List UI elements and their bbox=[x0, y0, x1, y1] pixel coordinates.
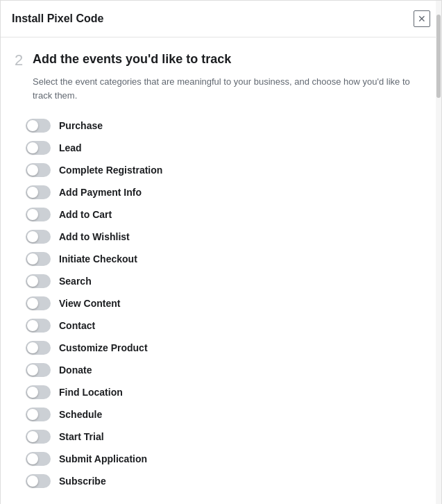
toggle-slider-schedule bbox=[26, 408, 51, 421]
step-header: 2 Add the events you'd like to track bbox=[15, 51, 427, 69]
event-label-add-to-wishlist: Add to Wishlist bbox=[59, 231, 130, 242]
toggle-slider-view-content bbox=[26, 296, 51, 310]
toggle-lead[interactable] bbox=[26, 141, 51, 155]
toggle-donate[interactable] bbox=[26, 363, 51, 377]
toggle-search[interactable] bbox=[26, 274, 51, 288]
toggle-contact[interactable] bbox=[26, 319, 51, 333]
toggle-slider-purchase bbox=[26, 119, 51, 133]
toggle-customize-product[interactable] bbox=[26, 341, 51, 355]
toggle-slider-add-to-cart bbox=[26, 208, 51, 221]
toggle-slider-add-payment-info bbox=[26, 185, 51, 199]
event-item-contact: Contact bbox=[26, 314, 427, 337]
toggle-slider-start-trial bbox=[26, 430, 51, 444]
toggle-view-content[interactable] bbox=[26, 296, 51, 310]
toggle-slider-add-to-wishlist bbox=[26, 230, 51, 244]
toggle-slider-submit-application bbox=[26, 452, 51, 466]
event-label-subscribe: Subscribe bbox=[59, 476, 106, 487]
toggle-submit-application[interactable] bbox=[26, 452, 51, 466]
event-label-add-payment-info: Add Payment Info bbox=[59, 187, 142, 198]
toggle-slider-customize-product bbox=[26, 341, 51, 355]
event-item-add-to-cart: Add to Cart bbox=[26, 203, 427, 226]
event-item-find-location: Find Location bbox=[26, 381, 427, 403]
modal-body: 2 Add the events you'd like to track Sel… bbox=[1, 37, 441, 504]
event-item-schedule: Schedule bbox=[26, 403, 427, 426]
toggle-add-to-cart[interactable] bbox=[26, 208, 51, 221]
step-title: Add the events you'd like to track bbox=[33, 51, 231, 67]
event-item-submit-application: Submit Application bbox=[26, 448, 427, 470]
toggle-slider-donate bbox=[26, 363, 51, 377]
event-label-add-to-cart: Add to Cart bbox=[59, 209, 112, 220]
event-item-customize-product: Customize Product bbox=[26, 337, 427, 359]
toggle-add-payment-info[interactable] bbox=[26, 185, 51, 199]
event-label-lead: Lead bbox=[59, 142, 82, 153]
event-label-initiate-checkout: Initiate Checkout bbox=[59, 253, 137, 264]
close-button[interactable]: ✕ bbox=[414, 10, 430, 27]
step-description: Select the event categories that are mea… bbox=[33, 75, 427, 102]
toggle-purchase[interactable] bbox=[26, 119, 51, 133]
event-label-donate: Donate bbox=[59, 364, 92, 376]
scrollbar-thumb[interactable] bbox=[436, 15, 441, 98]
toggle-slider-find-location bbox=[26, 385, 51, 399]
event-item-subscribe: Subscribe bbox=[26, 470, 427, 492]
toggle-complete-registration[interactable] bbox=[26, 163, 51, 177]
event-label-schedule: Schedule bbox=[59, 409, 102, 420]
toggle-add-to-wishlist[interactable] bbox=[26, 230, 51, 244]
install-pixel-modal: Install Pixel Code ✕ 2 Add the events yo… bbox=[0, 0, 442, 504]
event-item-purchase: Purchase bbox=[26, 115, 427, 137]
event-label-start-trial: Start Trial bbox=[59, 431, 104, 442]
toggle-initiate-checkout[interactable] bbox=[26, 252, 51, 266]
event-label-search: Search bbox=[59, 276, 92, 287]
toggle-schedule[interactable] bbox=[26, 408, 51, 421]
toggle-start-trial[interactable] bbox=[26, 430, 51, 444]
step-number: 2 bbox=[15, 51, 26, 69]
toggle-slider-search bbox=[26, 274, 51, 288]
toggle-slider-contact bbox=[26, 319, 51, 333]
event-item-add-payment-info: Add Payment Info bbox=[26, 181, 427, 203]
toggle-slider-lead bbox=[26, 141, 51, 155]
close-icon: ✕ bbox=[418, 13, 426, 24]
event-item-add-to-wishlist: Add to Wishlist bbox=[26, 226, 427, 248]
event-item-lead: Lead bbox=[26, 137, 427, 159]
event-item-donate: Donate bbox=[26, 359, 427, 381]
scrollbar-track bbox=[436, 1, 441, 504]
toggle-slider-initiate-checkout bbox=[26, 252, 51, 266]
event-label-purchase: Purchase bbox=[59, 120, 103, 131]
event-label-customize-product: Customize Product bbox=[59, 342, 148, 353]
event-item-complete-registration: Complete Registration bbox=[26, 159, 427, 181]
toggle-slider-subscribe bbox=[26, 474, 51, 488]
event-item-start-trial: Start Trial bbox=[26, 426, 427, 448]
event-item-initiate-checkout: Initiate Checkout bbox=[26, 248, 427, 270]
event-label-contact: Contact bbox=[59, 320, 95, 331]
event-label-complete-registration: Complete Registration bbox=[59, 165, 162, 176]
toggle-find-location[interactable] bbox=[26, 385, 51, 399]
modal-header: Install Pixel Code ✕ bbox=[1, 1, 441, 37]
event-label-find-location: Find Location bbox=[59, 387, 123, 398]
toggle-slider-complete-registration bbox=[26, 163, 51, 177]
modal-title: Install Pixel Code bbox=[12, 12, 103, 25]
event-label-view-content: View Content bbox=[59, 298, 120, 309]
event-label-submit-application: Submit Application bbox=[59, 453, 147, 464]
event-item-view-content: View Content bbox=[26, 292, 427, 314]
events-list: PurchaseLeadComplete RegistrationAdd Pay… bbox=[26, 115, 427, 492]
toggle-subscribe[interactable] bbox=[26, 474, 51, 488]
event-item-search: Search bbox=[26, 270, 427, 292]
